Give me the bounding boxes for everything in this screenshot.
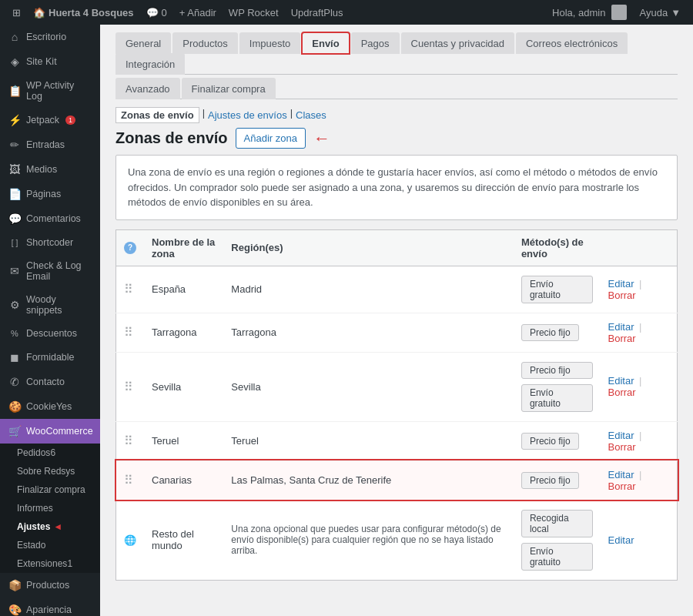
main-content: General Productos Impuesto Envío Pagos C…	[100, 25, 693, 616]
wp-rocket[interactable]: WP Rocket	[223, 0, 285, 25]
subnav-sep1: |	[203, 107, 205, 123]
cookie-icon: 🍪	[8, 400, 22, 413]
updraftplus[interactable]: UpdraftPlus	[285, 0, 350, 25]
actions-canarias: Editar | Borrar	[601, 460, 678, 500]
col-help: ?	[116, 229, 145, 266]
actions-espana: Editar | Borrar	[601, 266, 678, 313]
zona-tarragona: Tarragona	[144, 313, 223, 352]
methods-espana: Envío gratuito	[514, 266, 601, 313]
sitekit-icon: ◈	[8, 55, 22, 68]
table-row: ⠿ Teruel Teruel Precio fijo Editar | Bor…	[116, 421, 678, 460]
tab-avanzado[interactable]: Avanzado	[116, 78, 180, 99]
edit-teruel[interactable]: Editar	[608, 430, 634, 441]
method-badge: Recogida local	[521, 510, 593, 537]
site-name[interactable]: 🏠 Huerta 4 Bosques	[27, 0, 140, 25]
page-title-area: Zonas de envío Añadir zona ←	[116, 128, 678, 149]
tab-finalizar-compra[interactable]: Finalizar compra	[182, 78, 276, 99]
submenu-sobre-redsys[interactable]: Sobre Redsys	[0, 462, 100, 480]
drag-cell-tarragona[interactable]: ⠿	[116, 313, 145, 352]
wp-logo[interactable]: ⊞	[6, 0, 27, 25]
sidebar-item-site-kit[interactable]: ◈ Site Kit	[0, 49, 100, 74]
method-badge: Envío gratuito	[521, 543, 593, 571]
subnav-zonas-envio[interactable]: Zonas de envío	[116, 107, 199, 123]
edit-resto[interactable]: Editar	[608, 534, 634, 546]
world-icon: 🌐	[124, 534, 136, 546]
tab-integracion[interactable]: Integración	[116, 53, 185, 75]
subnav-ajustes-envios[interactable]: Ajustes de envíos	[208, 107, 287, 123]
edit-tarragona[interactable]: Editar	[608, 321, 634, 333]
user-greeting[interactable]: Hola, admin	[546, 0, 633, 25]
submenu-informes[interactable]: Informes	[0, 499, 100, 517]
productos-icon: 📦	[8, 579, 22, 591]
methods-canarias: Precio fijo	[514, 460, 601, 500]
actions-resto: Editar	[601, 500, 678, 580]
submenu-pedidos[interactable]: Pedidos 6	[0, 444, 100, 462]
subnav-clases[interactable]: Clases	[296, 107, 326, 123]
comentarios-icon: 💬	[8, 213, 22, 225]
tab-general[interactable]: General	[116, 32, 171, 54]
sidebar-item-medios[interactable]: 🖼 Medios	[0, 157, 100, 182]
tab-productos[interactable]: Productos	[172, 32, 238, 54]
drag-handle-icon[interactable]: ⠿	[124, 474, 132, 487]
add-new[interactable]: + Añadir	[173, 0, 223, 25]
sidebar-item-woody-snippets[interactable]: ⚙ Woody snippets	[0, 288, 100, 322]
sidebar-item-shortcoder[interactable]: [ ] Shortcoder	[0, 231, 100, 254]
sidebar-item-descuentos[interactable]: % Descuentos	[0, 322, 100, 345]
tab-pagos[interactable]: Pagos	[351, 32, 400, 54]
email-icon: ✉	[8, 265, 22, 277]
delete-teruel[interactable]: Borrar	[608, 441, 636, 453]
sidebar-item-wp-activity-log[interactable]: 📋 WP Activity Log	[0, 74, 100, 108]
submenu-estado[interactable]: Estado	[0, 536, 100, 554]
sidebar-item-comentarios[interactable]: 💬 Comentarios	[0, 206, 100, 231]
sidebar-item-apariencia[interactable]: 🎨 Apariencia	[0, 598, 100, 616]
sidebar-item-paginas[interactable]: 📄 Páginas	[0, 182, 100, 206]
edit-canarias[interactable]: Editar	[608, 469, 634, 480]
tab-cuentas-privacidad[interactable]: Cuentas y privacidad	[401, 32, 514, 54]
activity-log-icon: 📋	[8, 85, 22, 97]
shortcoder-icon: [ ]	[8, 239, 22, 247]
comment-count[interactable]: 💬 0	[140, 0, 173, 25]
delete-sevilla[interactable]: Borrar	[608, 387, 636, 398]
help-button[interactable]: Ayuda ▼	[633, 0, 687, 25]
table-row: 🌐 Resto del mundo Una zona opcional que …	[116, 500, 678, 580]
sidebar-item-formidable[interactable]: ◼ Formidable	[0, 345, 100, 370]
sidebar-item-productos[interactable]: 📦 Productos	[0, 573, 100, 598]
drag-cell-espana[interactable]: ⠿	[116, 266, 145, 313]
region-teruel: Teruel	[223, 421, 514, 460]
actions-sevilla: Editar | Borrar	[601, 352, 678, 421]
sidebar-item-cookieyes[interactable]: 🍪 CookieYes	[0, 394, 100, 419]
zona-espana: España	[144, 266, 223, 313]
sidebar-item-woocommerce[interactable]: 🛒 WooCommerce	[0, 419, 100, 444]
zona-canarias: Canarias	[144, 460, 223, 500]
sidebar-item-jetpack[interactable]: ⚡ Jetpack 1	[0, 108, 100, 132]
drag-handle-icon[interactable]: ⠿	[124, 283, 132, 296]
actions-tarragona: Editar | Borrar	[601, 313, 678, 352]
drag-handle-icon[interactable]: ⠿	[124, 326, 132, 339]
sidebar-item-contacto[interactable]: ✆ Contacto	[0, 370, 100, 394]
delete-espana[interactable]: Borrar	[608, 290, 636, 301]
sidebar-item-check-log-email[interactable]: ✉ Check & Log Email	[0, 254, 100, 288]
edit-sevilla[interactable]: Editar	[608, 375, 634, 387]
submenu-extensiones[interactable]: Extensiones 1	[0, 554, 100, 573]
page-title: Zonas de envío	[116, 129, 228, 147]
drag-handle-icon[interactable]: ⠿	[124, 434, 132, 447]
help-icon[interactable]: ?	[124, 242, 136, 254]
tab-correos[interactable]: Correos electrónicos	[516, 32, 628, 54]
drag-cell-sevilla[interactable]: ⠿	[116, 352, 145, 421]
add-zone-button[interactable]: Añadir zona	[236, 128, 306, 149]
tab-impuesto[interactable]: Impuesto	[239, 32, 300, 54]
delete-tarragona[interactable]: Borrar	[608, 333, 636, 344]
table-header-row: ? Nombre de la zona Región(es) Método(s)…	[116, 229, 678, 266]
edit-espana[interactable]: Editar	[608, 278, 634, 290]
submenu-finalizar-compra[interactable]: Finalizar compra	[0, 480, 100, 499]
tab-envio[interactable]: Envío	[302, 32, 349, 54]
region-resto: Una zona opcional que puedes usar para c…	[223, 500, 514, 580]
drag-cell-canarias[interactable]: ⠿	[116, 460, 145, 500]
drag-cell-teruel[interactable]: ⠿	[116, 421, 145, 460]
sidebar-item-entradas[interactable]: ✏ Entradas	[0, 132, 100, 157]
submenu-ajustes[interactable]: Ajustes ◄	[0, 517, 100, 536]
sidebar-item-escritorio[interactable]: ⌂ Escritorio	[0, 25, 100, 49]
woody-icon: ⚙	[8, 299, 22, 311]
delete-canarias[interactable]: Borrar	[608, 480, 636, 492]
drag-handle-icon[interactable]: ⠿	[124, 380, 132, 393]
